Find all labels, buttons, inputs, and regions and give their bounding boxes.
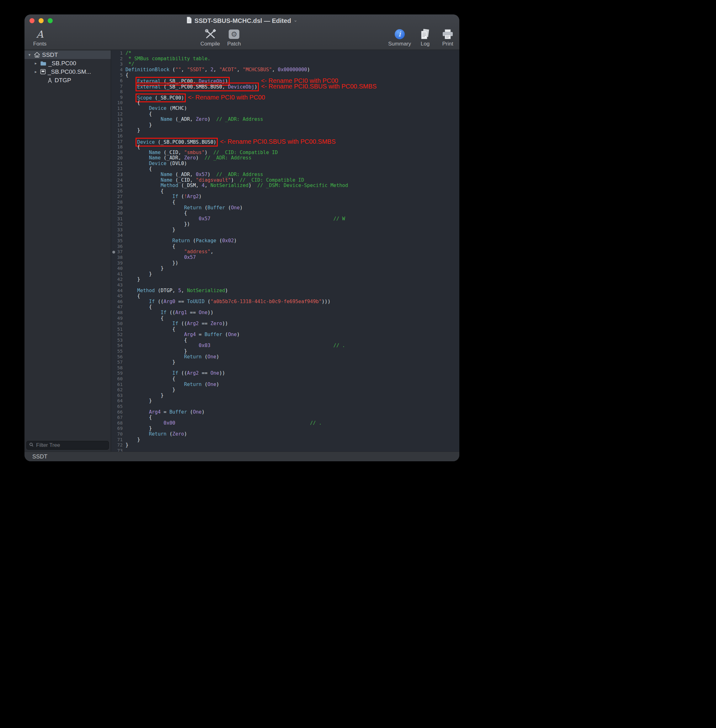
status-bar: SSDT: [24, 452, 459, 461]
sidebar-item-dtgp[interactable]: DTGP: [24, 76, 111, 84]
code-line: 54 0x03 // .: [111, 343, 459, 349]
code-text: Return (Buffer (One): [126, 205, 459, 211]
code-text: {: [126, 111, 459, 117]
code-text: If ((Arg2 == Zero)): [126, 321, 459, 327]
line-number: 5: [111, 73, 126, 78]
code-line: 46 If ((Arg0 == ToUUID ("a0b5b7c6-1318-4…: [111, 299, 459, 305]
title-menu-chevron-icon[interactable]: ⌄: [294, 17, 298, 23]
code-text: If ((Arg1 == One)): [126, 310, 459, 315]
desktop: { "window": { "title": "SSDT-SBUS-MCHC.d…: [0, 0, 716, 728]
line-number: 25: [111, 183, 126, 189]
sidebar-item-sb-pc00[interactable]: ▸_SB.PC00: [24, 59, 111, 67]
code-line: 1/*: [111, 50, 459, 56]
code-text: {: [126, 144, 459, 150]
print-label: Print: [442, 41, 454, 47]
fonts-button[interactable]: A Fonts: [31, 28, 48, 47]
code-text: /*: [126, 50, 459, 56]
code-line: 48 If ((Arg1 == One)): [111, 310, 459, 315]
patch-label: Patch: [227, 41, 241, 47]
line-number: 32: [111, 221, 126, 227]
log-pages-icon: [420, 28, 431, 40]
line-number: 30: [111, 211, 126, 216]
main-content: ▾SSDT▸_SB.PC00▸_SB.PC00.SM...DTGP 1/*2 *…: [24, 50, 459, 452]
code-line: 32 }): [111, 221, 459, 227]
code-text: }: [126, 398, 459, 404]
code-line: 18 {: [111, 144, 459, 150]
code-text: Name (_ADR, 0x57) // _ADR: Address: [126, 172, 459, 177]
sidebar-item-sb-pc00-sm[interactable]: ▸_SB.PC00.SM...: [24, 67, 111, 76]
line-number: 68: [111, 420, 126, 426]
titlebar[interactable]: SSDT-SBUS-MCHC.dsl — Edited ⌄: [24, 14, 459, 27]
code-line: 57 }: [111, 359, 459, 365]
line-number: 62: [111, 387, 126, 393]
line-number: 47: [111, 304, 126, 310]
code-line: 62 }: [111, 387, 459, 393]
compile-button[interactable]: Compile: [200, 28, 220, 47]
code-line: 56 Return (One): [111, 354, 459, 360]
code-text: {: [126, 100, 459, 106]
filter-tree-input[interactable]: [35, 442, 106, 449]
line-number: 50: [111, 321, 126, 327]
code-line: 58: [111, 365, 459, 371]
code-line: 41 }: [111, 271, 459, 277]
code-text: {: [126, 415, 459, 420]
code-text: If ((Arg2 == One)): [126, 371, 459, 376]
line-number: 39: [111, 261, 126, 266]
code-editor[interactable]: 1/*2 * SMBus compatibility table.3 */4De…: [111, 50, 459, 452]
toolbar: A Fonts Compile: [24, 27, 459, 50]
minimize-button[interactable]: [39, 18, 44, 23]
printer-icon: [442, 28, 454, 40]
filter-field[interactable]: [26, 441, 109, 450]
code-line: 8: [111, 89, 459, 95]
code-text: }: [126, 387, 459, 393]
code-text: If (!Arg2): [126, 194, 459, 200]
folder-icon: [40, 61, 46, 66]
line-number: 55: [111, 349, 126, 354]
code-line: 27 If (!Arg2): [111, 194, 459, 200]
disclosure-closed-icon[interactable]: ▸: [33, 61, 38, 65]
line-number: 22: [111, 166, 126, 172]
code-text: Return (Zero): [126, 431, 459, 437]
line-number: 66: [111, 410, 126, 415]
disclosure-open-icon[interactable]: ▾: [27, 52, 32, 57]
line-number: 8: [111, 89, 126, 95]
code-text: }: [126, 277, 459, 282]
fonts-icon: A: [36, 29, 43, 39]
line-number: 3: [111, 62, 126, 67]
code-line: 60 {: [111, 376, 459, 382]
line-number: 2: [111, 56, 126, 62]
log-label: Log: [421, 41, 429, 47]
code-text: Device (DVL0): [126, 161, 459, 167]
zoom-button[interactable]: [48, 18, 53, 23]
rename-highlight-box: Scope (_SB.PC00): [137, 95, 184, 101]
code-text: {: [126, 376, 459, 382]
code-text: }: [126, 227, 459, 233]
print-button[interactable]: Print: [439, 28, 456, 47]
code-line: 30 {: [111, 211, 459, 216]
code-text: */: [126, 62, 459, 67]
patch-button[interactable]: ⚙ Patch: [226, 28, 243, 47]
code-text: Return (One): [126, 382, 459, 388]
code-text: 0x03 // .: [126, 343, 459, 349]
code-line: 72}: [111, 443, 459, 448]
disclosure-closed-icon[interactable]: ▸: [33, 69, 38, 74]
line-number: 70: [111, 431, 126, 437]
sidebar-item-ssdt[interactable]: ▾SSDT: [24, 50, 111, 59]
log-button[interactable]: Log: [417, 28, 434, 47]
code-text: [126, 404, 459, 410]
code-line: 37 "address",: [111, 249, 459, 255]
code-text: }: [126, 393, 459, 399]
line-number: 58: [111, 365, 126, 371]
code-line: 42 }: [111, 277, 459, 282]
code-line: 12 {: [111, 111, 459, 117]
sidebar-tree: ▾SSDT▸_SB.PC00▸_SB.PC00.SM...DTGP: [24, 50, 111, 440]
close-button[interactable]: [29, 18, 35, 23]
code-line: 11 Device (MCHC): [111, 106, 459, 111]
code-text: Arg4 = Buffer (One): [126, 332, 459, 338]
window-title: SSDT-SBUS-MCHC.dsl — Edited: [194, 17, 291, 24]
code-text: Scope (_SB.PC00)<- Rename PCI0 with PC00: [126, 95, 459, 100]
code-text: [126, 282, 459, 288]
rename-highlight-box: External (_SB_.PC00, DeviceObj): [137, 79, 228, 84]
code-line: 66 Arg4 = Buffer (One): [111, 410, 459, 415]
summary-button[interactable]: i Summary: [388, 28, 411, 47]
